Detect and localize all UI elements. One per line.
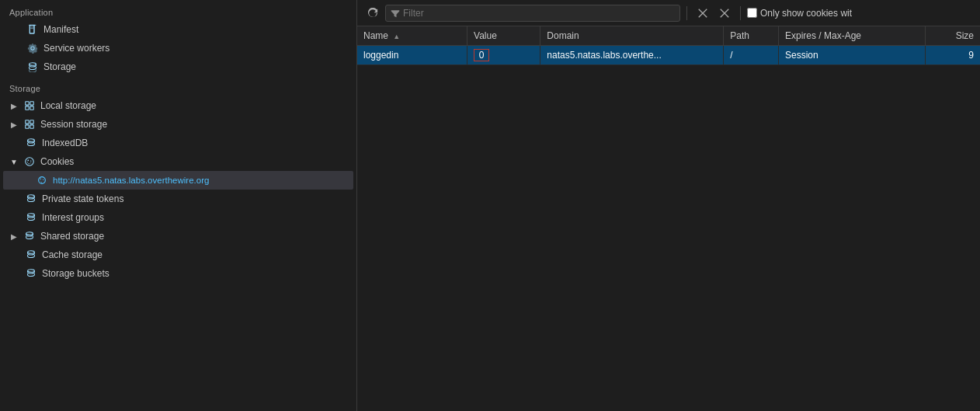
svg-rect-14 [26, 125, 29, 128]
sidebar-item-cookies-url[interactable]: http://natas5.natas.labs.overthewire.org [3, 171, 353, 190]
filter-bar [385, 5, 680, 22]
gear-icon [26, 42, 39, 54]
svg-rect-9 [30, 102, 33, 105]
cookies-table-container: Name ▲ Value Domain Path Expires / Max-A… [357, 26, 980, 411]
svg-point-17 [26, 158, 34, 166]
svg-point-24 [40, 178, 41, 179]
sidebar-item-cache-storage[interactable]: Cache storage [3, 246, 353, 264]
svg-point-32 [28, 270, 35, 273]
svg-point-22 [30, 162, 31, 163]
table-row[interactable]: loggedin 0 natas5.natas.labs.overthe... … [357, 46, 980, 65]
svg-rect-11 [30, 106, 33, 110]
filter-input[interactable] [403, 8, 675, 19]
sidebar-item-shared-storage[interactable]: ▶ Shared storage [3, 227, 353, 246]
value-cell-inner: 0 [474, 49, 489, 61]
svg-rect-15 [30, 125, 33, 128]
svg-point-16 [28, 139, 35, 142]
toolbar-divider [686, 6, 687, 20]
grid-icon [23, 99, 36, 112]
sidebar-item-cookies-label: Cookies [40, 156, 74, 167]
sidebar-item-session-storage[interactable]: ▶ Session storage [3, 115, 353, 134]
sidebar-item-manifest[interactable]: ▶ Manifest [3, 20, 353, 39]
sidebar-item-cache-storage-label: Cache storage [42, 249, 103, 260]
svg-point-7 [30, 63, 36, 66]
session-storage-chevron[interactable]: ▶ [9, 120, 19, 129]
cookie-icon [23, 155, 36, 168]
storage-buckets-icon [25, 267, 37, 280]
col-header-size[interactable]: Size [925, 26, 980, 46]
clear-button[interactable] [693, 4, 712, 23]
svg-point-23 [39, 177, 46, 184]
cookies-chevron[interactable]: ▼ [9, 157, 19, 166]
svg-rect-8 [26, 102, 29, 105]
svg-rect-10 [26, 106, 29, 110]
sort-arrow-name: ▲ [393, 33, 400, 40]
svg-rect-5 [30, 27, 33, 28]
col-header-expires[interactable]: Expires / Max-Age [778, 26, 925, 46]
application-section-label: Application [0, 3, 356, 20]
svg-point-27 [40, 180, 40, 181]
svg-point-28 [28, 195, 35, 198]
sidebar-item-local-storage-label: Local storage [40, 100, 96, 111]
cell-name: loggedin [357, 46, 467, 65]
svg-point-30 [26, 232, 33, 235]
only-cookies-checkbox-label[interactable]: Only show cookies wit [747, 8, 852, 19]
sidebar: Application ▶ Manifest ▶ Service workers… [0, 0, 357, 411]
svg-point-29 [28, 214, 35, 217]
cache-storage-icon [25, 249, 37, 261]
shared-storage-icon [23, 230, 36, 242]
svg-rect-6 [30, 28, 33, 29]
cell-value: 0 [467, 46, 540, 65]
sidebar-item-service-workers[interactable]: ▶ Service workers [3, 39, 353, 57]
close-button[interactable] [715, 4, 734, 23]
sidebar-item-session-storage-label: Session storage [40, 119, 107, 130]
svg-point-19 [30, 160, 31, 161]
sidebar-item-cookies[interactable]: ▼ Cookies [3, 152, 353, 171]
main-panel: Only show cookies wit Name ▲ Value Domai… [357, 0, 980, 411]
col-header-domain[interactable]: Domain [540, 26, 724, 46]
table-header-row: Name ▲ Value Domain Path Expires / Max-A… [357, 26, 980, 46]
private-state-icon [25, 193, 37, 205]
svg-point-26 [41, 182, 42, 183]
col-header-value[interactable]: Value [467, 26, 540, 46]
db-icon [26, 61, 39, 73]
sidebar-item-interest-groups[interactable]: Interest groups [3, 208, 353, 227]
svg-rect-13 [30, 120, 33, 124]
sidebar-item-interest-groups-label: Interest groups [42, 212, 104, 223]
storage-section-label: Storage [0, 79, 356, 96]
col-header-name[interactable]: Name ▲ [357, 26, 467, 46]
only-cookies-label: Only show cookies wit [760, 8, 852, 19]
svg-point-18 [27, 159, 29, 161]
local-storage-chevron[interactable]: ▶ [9, 101, 19, 110]
only-cookies-checkbox[interactable] [747, 8, 757, 18]
grid-icon-2 [23, 118, 36, 131]
sidebar-item-private-state-tokens[interactable]: Private state tokens [3, 190, 353, 208]
cookie-small-icon [36, 174, 48, 186]
svg-rect-12 [26, 120, 29, 124]
sidebar-item-cookies-url-label: http://natas5.natas.labs.overthewire.org [53, 176, 209, 185]
sidebar-item-manifest-label: Manifest [43, 24, 78, 35]
sidebar-item-storage-label: Storage [43, 61, 76, 72]
sidebar-item-indexeddb[interactable]: IndexedDB [3, 134, 353, 152]
page-icon [26, 23, 39, 36]
refresh-button[interactable] [363, 4, 382, 23]
sidebar-item-storage[interactable]: ▶ Storage [3, 57, 353, 76]
cell-expires: Session [778, 46, 925, 65]
svg-point-25 [43, 179, 43, 180]
sidebar-item-storage-buckets-label: Storage buckets [42, 268, 109, 279]
toolbar-divider-2 [740, 6, 741, 20]
shared-storage-chevron[interactable]: ▶ [9, 232, 19, 241]
cell-domain: natas5.natas.labs.overthe... [540, 46, 724, 65]
svg-point-21 [27, 162, 28, 162]
col-header-path[interactable]: Path [724, 26, 779, 46]
sidebar-item-local-storage[interactable]: ▶ Local storage [3, 96, 353, 115]
sidebar-item-private-state-label: Private state tokens [42, 193, 123, 204]
filter-icon [391, 9, 400, 18]
sidebar-item-storage-buckets[interactable]: Storage buckets [3, 264, 353, 283]
sidebar-item-indexeddb-label: IndexedDB [42, 138, 88, 148]
svg-point-31 [28, 251, 35, 254]
sidebar-item-sw-label: Service workers [43, 43, 109, 54]
toolbar: Only show cookies wit [357, 0, 980, 26]
cookies-table: Name ▲ Value Domain Path Expires / Max-A… [357, 26, 980, 65]
sidebar-item-shared-storage-label: Shared storage [40, 231, 104, 242]
